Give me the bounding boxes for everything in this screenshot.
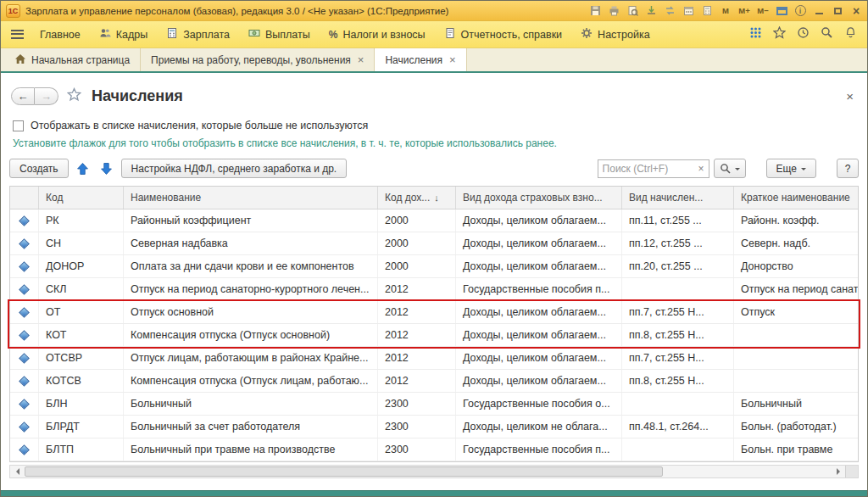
notifications-icon[interactable] [844,26,857,42]
scrollbar-track[interactable] [24,466,832,477]
tab-close-icon[interactable]: × [449,54,456,65]
favorite-star-icon[interactable] [67,87,81,105]
header-name[interactable]: Наименование [124,187,378,209]
scrollbar-thumb[interactable] [25,466,663,477]
save-icon[interactable] [589,5,601,17]
table-row[interactable]: БЛН Больничный 2300 Государственные посо… [10,393,858,416]
history-icon[interactable] [797,26,810,42]
tab-close-icon[interactable]: × [358,54,364,65]
titlebar: 1С Зарплата и управление персоналом (баз… [1,1,867,21]
header-insurance-kind[interactable]: Вид дохода страховых взно... [456,187,622,209]
menu-item-vyplaty[interactable]: Выплаты [239,21,320,47]
tab-home[interactable]: Начальная страница [4,48,141,71]
main-menu-icon[interactable] [11,30,24,39]
menu-item-otchetnost[interactable]: Отчетность, справки [435,21,572,47]
scroll-right-icon[interactable] [832,466,845,477]
cell-name: Компенсация отпуска (Отпуск лицам, работ… [124,370,378,392]
table-row[interactable]: БЛТП Больничный при травме на производст… [10,438,858,461]
export-icon[interactable] [645,5,657,17]
ndfl-settings-button[interactable]: Настройка НДФЛ, среднего заработка и др. [121,159,348,178]
cell-income-code: 2000 [378,209,456,232]
help-button[interactable]: ? [837,159,859,178]
move-down-icon[interactable] [97,159,116,178]
table-row[interactable]: РК Районный коэффициент 2000 Доходы, цел… [10,209,858,232]
tab-nachisleniya[interactable]: Начисления × [375,48,466,71]
cell-accrual-kind: пп.11, ст.255 ... [622,209,734,232]
menu-item-kadry[interactable]: Кадры [90,21,157,47]
show-unused-checkbox[interactable] [13,120,24,131]
scroll-left-icon[interactable] [10,466,24,477]
header-accrual-kind[interactable]: Вид начислен... [622,187,734,209]
header-income-code[interactable]: Код дох... ↓ [378,187,456,209]
menu-item-nastroyka[interactable]: Настройка [571,21,659,47]
header-short-name[interactable]: Краткое наименование [734,187,858,209]
create-button[interactable]: Создать [9,159,69,178]
table-header: Код Наименование Код дох... ↓ Вид дохода… [10,187,858,209]
cell-code: БЛРДТ [39,416,124,438]
clear-search-icon[interactable]: × [698,163,704,175]
cell-short-name: Больн. при травме [734,438,858,461]
more-button[interactable]: Еще [766,159,816,178]
table-row[interactable]: КОТ Компенсация отпуска (Отпуск основной… [10,324,858,347]
catalog-item-icon [19,376,30,387]
service-menu-icon[interactable] [749,26,762,42]
table-row[interactable]: СН Северная надбавка 2000 Доходы, целико… [10,232,858,255]
horizontal-scrollbar[interactable] [9,465,859,478]
cell-short-name [734,370,858,392]
cell-accrual-kind: пп.20, ст.255 ... [622,255,734,277]
menu-item-zarplata[interactable]: Зарплата [157,21,239,47]
maximize-icon[interactable] [832,5,843,17]
memory-m-button[interactable]: M [720,5,732,17]
cell-income-code: 2000 [378,232,456,254]
header-code[interactable]: Код [39,187,124,209]
cell-insurance-kind: Государственные пособия п... [456,438,622,461]
close-form-icon[interactable]: × [843,89,857,103]
table-row[interactable]: ДОНОР Оплата за дни сдачи крови и ее ком… [10,255,858,278]
cell-accrual-kind: пп.12, ст.255 ... [622,232,734,254]
table-row[interactable]: БЛРДТ Больничный за счет работодателя 23… [10,416,858,438]
minimize-icon[interactable] [813,5,825,17]
memory-m-minus-button[interactable]: M− [757,5,769,17]
menu-item-nalogi[interactable]: % Налоги и взносы [320,21,435,47]
memory-m-plus-button[interactable]: M+ [738,5,750,17]
cell-income-code: 2012 [378,301,456,323]
search-input[interactable] [603,163,695,175]
table-row[interactable]: СКЛ Отпуск на период санаторно-курортног… [10,278,858,301]
cell-short-name: Больн. (работодат.) [734,416,858,438]
page-title: Начисления [92,87,183,105]
window-panel-icon[interactable] [776,5,787,17]
close-icon[interactable]: × [850,5,862,17]
catalog-item-icon [19,353,30,364]
move-up-icon[interactable] [74,159,92,178]
menu-item-label: Выплаты [265,29,310,41]
print-preview-icon[interactable] [626,5,638,17]
cell-short-name [734,324,858,346]
table-row[interactable]: ОТСВР Отпуск лицам, работающим в районах… [10,347,858,370]
search-box: × [598,159,709,178]
search-button[interactable] [714,159,746,178]
hint-text: Установите флажок для того чтобы отобраз… [13,137,855,149]
table-row[interactable]: КОТСВ Компенсация отпуска (Отпуск лицам,… [10,370,858,393]
print-icon[interactable] [608,5,620,17]
menu-item-glavnoe[interactable]: Главное [31,21,90,47]
cell-short-name: Северн. надб. [734,232,858,254]
search-icon[interactable] [821,26,833,42]
scrollbar-corner [845,466,858,477]
cell-income-code: 2300 [378,438,456,461]
favorites-icon[interactable] [773,26,786,42]
forward-button[interactable]: → [35,87,58,105]
calendar-icon[interactable] [682,5,694,17]
calculator-icon[interactable] [701,5,713,17]
show-unused-checkbox-row[interactable]: Отображать в списке начисления, которые … [13,120,855,131]
sort-desc-icon: ↓ [434,193,439,203]
table-row[interactable]: ОТ Отпуск основной 2012 Доходы, целиком … [10,301,858,324]
cell-code: СКЛ [39,278,124,300]
exchange-icon[interactable] [664,5,676,17]
info-icon[interactable]: i [794,5,806,17]
cell-insurance-kind: Доходы, целиком облагаем... [456,255,622,277]
cell-insurance-kind: Доходы, целиком облагаем... [456,209,622,232]
back-button[interactable]: ← [11,87,35,105]
people-icon [99,27,111,42]
cell-accrual-kind: пп.8, ст.255 Н... [622,370,734,392]
tab-priemy[interactable]: Приемы на работу, переводы, увольнения × [141,48,375,71]
